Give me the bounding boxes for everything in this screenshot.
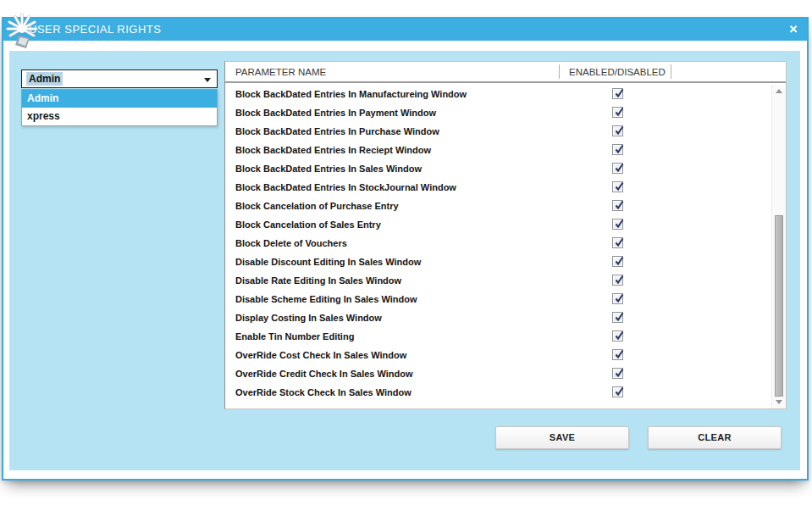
table-row[interactable]: Block BackDated Entries In Manufacturein… [225, 85, 771, 103]
row-parameter-name: Disable Discount Editing In Sales Window [235, 253, 421, 271]
row-checkbox[interactable] [612, 386, 623, 397]
table-row[interactable]: Disable Discount Editing In Sales Window [225, 253, 771, 271]
checkmark-icon [614, 312, 625, 323]
checkmark-icon [614, 275, 625, 286]
table-row[interactable]: Block BackDated Entries In Purchase Wind… [225, 122, 771, 141]
row-parameter-name: Block Delete of Vouchers [235, 234, 347, 253]
user-dropdown-list: Admin xpress [21, 89, 218, 126]
row-checkbox[interactable] [612, 144, 623, 155]
checkmark-icon [614, 386, 625, 397]
titlebar: USER SPECIAL RIGHTS ✕ [3, 19, 807, 41]
table-row[interactable]: OverRide Credit Check In Sales Window [225, 364, 771, 383]
row-parameter-name: OverRide Cost Check In Sales Window [235, 346, 406, 364]
scroll-thumb[interactable] [775, 215, 783, 397]
row-parameter-name: Block Cancelation of Sales Entry [235, 215, 381, 234]
close-icon[interactable]: ✕ [786, 21, 801, 38]
row-parameter-name: Disable Rate Editing In Sales Window [235, 271, 401, 290]
checkmark-icon [614, 219, 625, 230]
table-row[interactable]: Display Costing In Sales Window [225, 308, 771, 327]
table-row[interactable]: Block BackDated Entries In StockJournal … [225, 178, 771, 197]
table-row[interactable]: Enable Tin Number Editing [225, 327, 771, 346]
dropdown-option[interactable]: Admin [22, 90, 217, 108]
user-special-rights-window: USER SPECIAL RIGHTS ✕ [2, 17, 809, 480]
clear-button[interactable]: CLEAR [648, 426, 782, 449]
table-header: PARAMETER NAME ENABLED/DISABLED [225, 62, 786, 83]
row-parameter-name: Block Cancelation of Purchase Entry [235, 197, 399, 215]
row-checkbox[interactable] [612, 88, 623, 99]
row-parameter-name: Block BackDated Entries In Sales Window [235, 159, 422, 178]
row-parameter-name: Block BackDated Entries In Purchase Wind… [235, 122, 439, 141]
column-header-parameter-name: PARAMETER NAME [235, 62, 326, 83]
row-parameter-name: Block BackDated Entries In Reciept Windo… [235, 141, 431, 159]
row-parameter-name: OverRide Stock Check In Sales Window [235, 383, 412, 402]
table-row[interactable]: OverRide Cost Check In Sales Window [225, 346, 771, 364]
table-row[interactable]: Block Cancelation of Purchase Entry [225, 197, 771, 215]
checkmark-icon [614, 237, 625, 248]
row-checkbox[interactable] [612, 349, 623, 360]
checkmark-icon [614, 107, 625, 118]
checkmark-icon [614, 200, 625, 211]
dropdown-arrow-icon[interactable] [204, 78, 211, 82]
save-button[interactable]: SAVE [495, 426, 629, 449]
checkmark-icon [614, 349, 625, 360]
dropdown-option[interactable]: xpress [22, 108, 217, 125]
row-checkbox[interactable] [612, 368, 623, 379]
row-checkbox[interactable] [612, 237, 623, 248]
table-row[interactable]: OverRide Stock Check In Sales Window [225, 383, 771, 402]
checkmark-icon [614, 256, 625, 267]
row-parameter-name: Disable Scheme Editing In Sales Window [235, 290, 417, 308]
vertical-scrollbar[interactable] [771, 85, 786, 408]
combobox-value: Admin [26, 72, 63, 86]
row-parameter-name: OverRide Credit Check In Sales Window [235, 364, 413, 383]
row-checkbox[interactable] [612, 256, 623, 267]
row-checkbox[interactable] [612, 125, 623, 136]
checkmark-icon [614, 293, 625, 304]
window-title: USER SPECIAL RIGHTS [29, 19, 161, 41]
user-combobox[interactable]: Admin [21, 69, 218, 88]
row-checkbox[interactable] [612, 163, 623, 174]
table-row[interactable]: Block Cancelation of Sales Entry [225, 215, 771, 234]
content-panel: Admin Admin xpress PARAMETER NAME ENABLE… [9, 51, 800, 470]
row-checkbox[interactable] [612, 312, 623, 323]
row-checkbox[interactable] [612, 219, 623, 230]
table-body: Block BackDated Entries In Manufacturein… [225, 85, 771, 408]
checkmark-icon [614, 88, 625, 99]
row-parameter-name: Enable Tin Number Editing [235, 327, 354, 346]
rights-table: PARAMETER NAME ENABLED/DISABLED Block Ba… [224, 61, 787, 409]
row-checkbox[interactable] [612, 293, 623, 304]
row-parameter-name: Block BackDated Entries In Payment Windo… [235, 103, 436, 122]
table-row[interactable]: Disable Scheme Editing In Sales Window [225, 290, 771, 308]
column-header-enabled-disabled: ENABLED/DISABLED [569, 62, 666, 83]
row-checkbox[interactable] [612, 107, 623, 118]
row-checkbox[interactable] [612, 330, 623, 342]
header-divider [671, 64, 671, 79]
table-row[interactable]: Block BackDated Entries In Reciept Windo… [225, 141, 771, 159]
row-parameter-name: Display Costing In Sales Window [235, 308, 382, 327]
row-checkbox[interactable] [612, 181, 623, 192]
table-row[interactable]: Block BackDated Entries In Sales Window [225, 159, 771, 178]
app-logo-icon [0, 12, 47, 51]
table-row[interactable]: Disable Rate Editing In Sales Window [225, 271, 771, 290]
checkmark-icon [614, 144, 625, 155]
scroll-down-icon[interactable] [776, 400, 782, 404]
scroll-up-icon[interactable] [776, 89, 782, 93]
checkmark-icon [614, 368, 625, 379]
checkmark-icon [614, 330, 625, 342]
row-checkbox[interactable] [612, 275, 623, 286]
checkmark-icon [614, 163, 625, 174]
row-checkbox[interactable] [612, 200, 623, 211]
header-divider [559, 64, 560, 79]
row-parameter-name: Block BackDated Entries In StockJournal … [235, 178, 456, 197]
checkmark-icon [614, 181, 625, 192]
checkmark-icon [614, 125, 625, 136]
row-parameter-name: Block BackDated Entries In Manufacturein… [235, 85, 467, 103]
table-row[interactable]: Block BackDated Entries In Payment Windo… [225, 103, 771, 122]
table-row[interactable]: Block Delete of Vouchers [225, 234, 771, 253]
